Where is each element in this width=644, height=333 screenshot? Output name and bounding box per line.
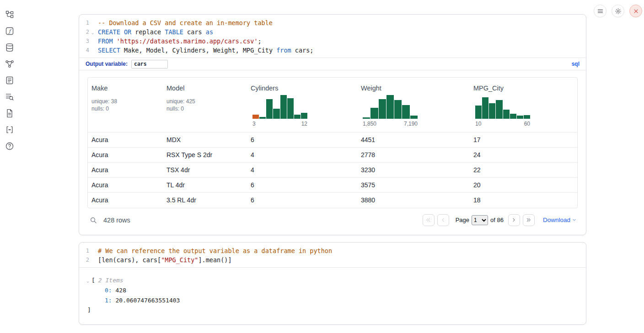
table-cell: 24 <box>470 148 577 163</box>
histogram-bar <box>517 116 523 119</box>
chevron-down-icon <box>572 217 577 222</box>
table-row[interactable]: AcuraMDX6445117 <box>88 132 577 148</box>
output-variable-input[interactable] <box>131 60 168 69</box>
chevron-left-icon <box>440 217 446 223</box>
column-name[interactable]: MPG_City <box>473 84 574 92</box>
functions-icon[interactable]: ƒ <box>5 26 14 36</box>
histogram-bar <box>266 99 273 119</box>
code-token <box>113 37 117 45</box>
language-badge[interactable]: sql <box>572 61 580 67</box>
search-button[interactable] <box>88 215 98 225</box>
python-cell: 1# We can reference the output variable … <box>79 242 586 325</box>
column-name[interactable]: Weight <box>361 84 466 92</box>
stat-line: nulls: 0 <box>91 105 159 112</box>
download-label: Download <box>543 217 570 223</box>
histogram-bar <box>524 115 530 119</box>
sql-editor[interactable]: 1-- Download a CSV and create an in-memo… <box>79 15 586 58</box>
column-header[interactable]: Cylinders312 <box>247 78 357 132</box>
documentation-icon[interactable] <box>5 109 14 118</box>
table-row[interactable]: Acura3.5 RL 4dr6388018 <box>88 193 577 208</box>
histogram-bar <box>301 113 307 119</box>
python-editor[interactable]: 1# We can reference the output variable … <box>79 243 586 267</box>
settings-button[interactable] <box>612 5 624 17</box>
histogram <box>363 95 418 119</box>
last-page-button[interactable] <box>523 214 535 226</box>
tree-root-line: ⌄[2 Items <box>86 275 579 286</box>
hamburger-icon <box>597 8 604 15</box>
histogram-bar <box>273 109 279 119</box>
axis-min-label: 10 <box>475 121 481 127</box>
tree-open-bracket: [ <box>91 277 95 284</box>
code-line: 1-- Download a CSV and create an in-memo… <box>79 18 586 27</box>
code-token: Make, Model, Cylinders, Weight, MPG_City <box>120 47 276 54</box>
next-page-button[interactable] <box>508 214 520 226</box>
histogram-bar <box>489 103 495 119</box>
column-histogram: 312 <box>252 95 307 127</box>
datasources-icon[interactable] <box>5 43 14 52</box>
logs-icon[interactable] <box>5 92 14 101</box>
column-histogram: 1,8507,190 <box>363 95 418 127</box>
fold-gutter <box>89 37 96 46</box>
histogram-axis: 1,8507,190 <box>363 121 418 127</box>
code-token: SELECT <box>98 47 120 54</box>
table-cell: 17 <box>470 132 577 148</box>
tree-value: 428 <box>115 287 126 294</box>
code-token: from <box>276 47 291 54</box>
table-row[interactable]: AcuraTSX 4dr4323022 <box>88 163 577 178</box>
table-cell: Acura <box>88 148 163 163</box>
fold-gutter <box>89 46 96 55</box>
page-select[interactable]: 1 <box>472 215 488 225</box>
scratchpad-icon[interactable] <box>5 76 14 85</box>
histogram <box>475 95 530 119</box>
code-token: replace <box>131 28 165 36</box>
output-variable-label: Output variable: <box>86 61 128 67</box>
code-token: ; <box>258 37 262 45</box>
column-header[interactable]: Makeunique: 38nulls: 0 <box>88 78 163 132</box>
column-header[interactable]: Weight1,8507,190 <box>357 78 470 132</box>
fold-chevron-icon[interactable]: ⌄ <box>89 27 96 37</box>
close-button[interactable] <box>629 5 642 17</box>
dependency-graph-icon[interactable] <box>5 59 14 69</box>
file-tree-icon[interactable] <box>5 10 14 19</box>
topbar <box>594 5 642 17</box>
histogram-bar <box>475 106 482 119</box>
table-row[interactable]: AcuraRSX Type S 2dr4277824 <box>88 148 577 163</box>
code-token <box>120 28 124 36</box>
help-icon[interactable] <box>5 142 14 151</box>
histogram-bar <box>294 115 301 119</box>
code-text: -- Download a CSV and create an in-memor… <box>96 18 273 27</box>
tree-collapse-icon[interactable]: ⌄ <box>86 278 89 283</box>
code-text: # We can reference the output variable a… <box>96 246 332 255</box>
histogram-bar <box>280 95 287 119</box>
chevron-right-icon <box>511 217 517 223</box>
table-cell: 4 <box>247 163 357 178</box>
table-row[interactable]: AcuraTL 4dr6357520 <box>88 178 577 193</box>
stat-line: nulls: 0 <box>166 105 243 112</box>
histogram-bar <box>370 108 378 119</box>
snippets-icon[interactable] <box>5 125 14 134</box>
first-page-button[interactable] <box>423 214 435 226</box>
histogram-bar <box>410 116 418 119</box>
menu-button[interactable] <box>594 5 606 17</box>
column-stats: unique: 425nulls: 0 <box>166 98 243 112</box>
histogram-bar <box>287 98 294 119</box>
code-token: ].mean()] <box>198 256 231 264</box>
tree-entry: 1: 20.060747663551403 <box>86 296 579 306</box>
tree-key: 0: <box>105 287 115 294</box>
table-cell: 4 <box>247 148 357 163</box>
prev-page-button[interactable] <box>437 214 449 226</box>
tree-entry: 0: 428 <box>86 285 579 296</box>
code-text: FROM 'https://datasets.marimo.app/cars.c… <box>96 37 262 46</box>
histogram-bar <box>402 105 409 119</box>
column-name[interactable]: Make <box>91 84 159 92</box>
table-cell: 22 <box>470 163 577 178</box>
histogram-axis: 312 <box>252 121 307 127</box>
column-header[interactable]: MPG_City1060 <box>470 78 577 132</box>
column-name[interactable]: Cylinders <box>251 84 354 92</box>
stat-line: unique: 38 <box>91 98 159 105</box>
column-header[interactable]: Modelunique: 425nulls: 0 <box>163 78 247 132</box>
download-button[interactable]: Download <box>543 217 577 223</box>
row-count: 428 rows <box>103 217 130 224</box>
histogram-bar <box>379 99 386 119</box>
column-name[interactable]: Model <box>166 84 243 92</box>
